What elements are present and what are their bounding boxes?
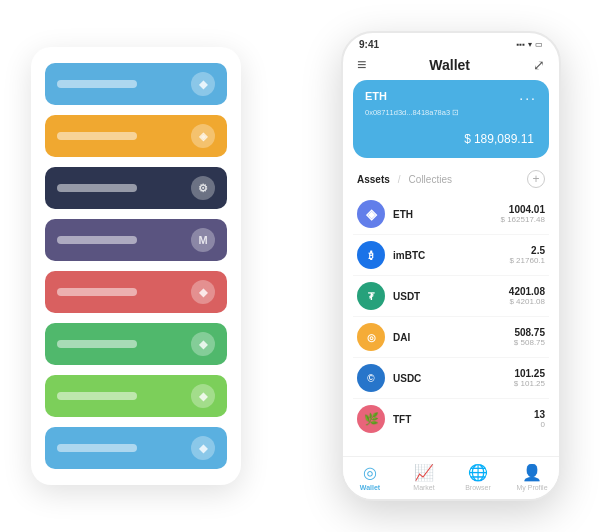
asset-name-col: ETH	[393, 209, 501, 220]
battery-icon: ▭	[535, 40, 543, 49]
left-panel: ◆ ◈ ⚙ M ◆ ◆ ◆ ◆	[31, 47, 241, 485]
nav-item-profile[interactable]: 👤 My Profile	[505, 463, 559, 491]
asset-usd: 0	[534, 420, 545, 429]
browser-nav-icon: 🌐	[468, 463, 488, 482]
card-bar	[57, 288, 137, 296]
card-icon: ◆	[191, 332, 215, 356]
page-title: Wallet	[429, 57, 470, 73]
table-row[interactable]: ◈ ETH 1004.01 $ 162517.48	[353, 194, 549, 235]
signal-icon: ▪▪▪	[516, 40, 525, 49]
assets-header: Assets / Collecties +	[343, 166, 559, 194]
asset-values: 1004.01 $ 162517.48	[501, 204, 546, 224]
asset-values: 13 0	[534, 409, 545, 429]
asset-usd: $ 101.25	[514, 379, 545, 388]
asset-amount: 4201.08	[509, 286, 545, 297]
table-row[interactable]: © USDC 101.25 $ 101.25	[353, 358, 549, 399]
list-item[interactable]: ⚙	[45, 167, 227, 209]
phone-mockup: 9:41 ▪▪▪ ▾ ▭ ≡ Wallet ⤢ ETH ··· 0x08711d…	[341, 31, 561, 501]
market-nav-icon: 📈	[414, 463, 434, 482]
list-item[interactable]: M	[45, 219, 227, 261]
asset-usd: $ 162517.48	[501, 215, 546, 224]
card-bar	[57, 236, 137, 244]
menu-icon[interactable]: ≡	[357, 56, 366, 74]
status-time: 9:41	[359, 39, 379, 50]
asset-name-col: USDC	[393, 373, 514, 384]
assets-tabs: Assets / Collecties	[357, 174, 452, 185]
nav-item-wallet[interactable]: ◎ Wallet	[343, 463, 397, 491]
card-icon: ◆	[191, 436, 215, 460]
asset-amount: 2.5	[509, 245, 545, 256]
card-bar	[57, 444, 137, 452]
card-icon: ◆	[191, 280, 215, 304]
market-nav-label: Market	[413, 484, 434, 491]
usdc-coin-icon: ©	[357, 364, 385, 392]
list-item[interactable]: ◆	[45, 323, 227, 365]
eth-more-icon[interactable]: ···	[519, 90, 537, 106]
card-icon: M	[191, 228, 215, 252]
eth-address: 0x08711d3d...8418a78a3 ⊡	[365, 108, 537, 117]
card-icon: ◈	[191, 124, 215, 148]
asset-amount: 101.25	[514, 368, 545, 379]
add-icon: +	[532, 172, 539, 186]
asset-name: USDT	[393, 291, 509, 302]
asset-values: 4201.08 $ 4201.08	[509, 286, 545, 306]
card-bar	[57, 392, 137, 400]
profile-nav-icon: 👤	[522, 463, 542, 482]
list-item[interactable]: ◆	[45, 375, 227, 417]
table-row[interactable]: 🌿 TFT 13 0	[353, 399, 549, 439]
usdt-coin-icon: ₮	[357, 282, 385, 310]
eth-card-top: ETH ···	[365, 90, 537, 106]
card-icon: ◆	[191, 384, 215, 408]
list-item[interactable]: ◆	[45, 271, 227, 313]
balance-value: 189,089.11	[474, 132, 534, 146]
wifi-icon: ▾	[528, 40, 532, 49]
list-item[interactable]: ◆	[45, 63, 227, 105]
asset-usd: $ 4201.08	[509, 297, 545, 306]
asset-name: ETH	[393, 209, 501, 220]
card-bar	[57, 340, 137, 348]
tab-divider: /	[398, 174, 401, 185]
asset-list: ◈ ETH 1004.01 $ 162517.48 ₿ imBTC 2.5 $ …	[343, 194, 559, 456]
asset-name-col: USDT	[393, 291, 509, 302]
nav-item-market[interactable]: 📈 Market	[397, 463, 451, 491]
dai-coin-icon: ◎	[357, 323, 385, 351]
tft-coin-icon: 🌿	[357, 405, 385, 433]
phone-header: ≡ Wallet ⤢	[343, 52, 559, 80]
asset-values: 101.25 $ 101.25	[514, 368, 545, 388]
eth-card[interactable]: ETH ··· 0x08711d3d...8418a78a3 ⊡ $189,08…	[353, 80, 549, 158]
table-row[interactable]: ◎ DAI 508.75 $ 508.75	[353, 317, 549, 358]
tab-assets[interactable]: Assets	[357, 174, 390, 185]
asset-name: USDC	[393, 373, 514, 384]
list-item[interactable]: ◆	[45, 427, 227, 469]
asset-name: TFT	[393, 414, 534, 425]
asset-amount: 508.75	[514, 327, 545, 338]
asset-usd: $ 21760.1	[509, 256, 545, 265]
eth-balance: $189,089.11	[365, 125, 537, 148]
bottom-nav: ◎ Wallet 📈 Market 🌐 Browser 👤 My Profile	[343, 456, 559, 499]
eth-coin-icon: ◈	[357, 200, 385, 228]
expand-icon[interactable]: ⤢	[533, 57, 545, 73]
asset-name-col: TFT	[393, 414, 534, 425]
wallet-nav-icon: ◎	[363, 463, 377, 482]
imbtc-coin-icon: ₿	[357, 241, 385, 269]
asset-usd: $ 508.75	[514, 338, 545, 347]
balance-currency: $	[464, 132, 471, 146]
asset-amount: 13	[534, 409, 545, 420]
table-row[interactable]: ₮ USDT 4201.08 $ 4201.08	[353, 276, 549, 317]
wallet-nav-label: Wallet	[360, 484, 380, 491]
status-bar: 9:41 ▪▪▪ ▾ ▭	[343, 33, 559, 52]
asset-name: DAI	[393, 332, 514, 343]
card-bar	[57, 80, 137, 88]
scene: ◆ ◈ ⚙ M ◆ ◆ ◆ ◆	[11, 11, 591, 521]
list-item[interactable]: ◈	[45, 115, 227, 157]
tab-collecties[interactable]: Collecties	[409, 174, 452, 185]
asset-name-col: DAI	[393, 332, 514, 343]
card-icon: ⚙	[191, 176, 215, 200]
add-asset-button[interactable]: +	[527, 170, 545, 188]
table-row[interactable]: ₿ imBTC 2.5 $ 21760.1	[353, 235, 549, 276]
status-icons: ▪▪▪ ▾ ▭	[516, 40, 543, 49]
profile-nav-label: My Profile	[516, 484, 547, 491]
asset-values: 508.75 $ 508.75	[514, 327, 545, 347]
nav-item-browser[interactable]: 🌐 Browser	[451, 463, 505, 491]
asset-amount: 1004.01	[501, 204, 546, 215]
